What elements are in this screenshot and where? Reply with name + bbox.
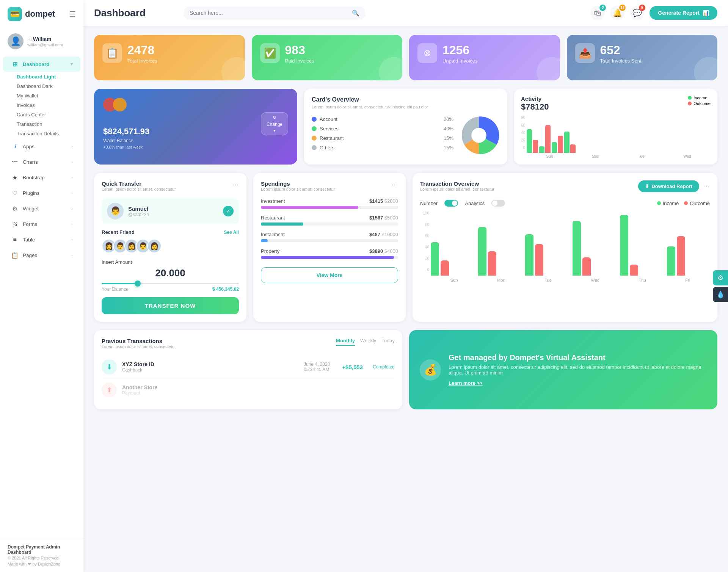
sidebar-label-dashboard: Dashboard [23,61,50,67]
quick-transfer-menu-icon[interactable]: ⋯ [232,180,239,189]
bar-group-wed [564,132,576,153]
installment-amounts: $487 $10000 [369,232,398,237]
message-badge: 5 [639,5,645,11]
installment-bar [261,239,398,242]
sidebar-item-bootstrap[interactable]: ★ Bootstrap › [3,170,80,185]
download-btn-label: Download Report [651,183,692,189]
sidebar-item-plugins[interactable]: ♡ Plugins › [3,185,80,201]
tab-monthly[interactable]: Monthly [336,338,355,346]
legend-item-restaurant: Restaurant 15% [312,135,453,141]
income-bar-sun [527,129,532,153]
quick-transfer-card: Quick Transfer Lorem ipsum dolor sit ame… [94,173,246,322]
spending-restaurant-header: Restaurant $1567 $5000 [261,215,398,221]
big-outcome-sun [441,260,449,276]
sidebar-item-widget[interactable]: ⚙ Widget › [3,201,80,216]
sidebar-item-pages[interactable]: 📋 Pages › [3,248,80,263]
spendings-title: Spendings [261,180,335,187]
total-invoices-number: 2478 [127,43,157,57]
big-outcome-thu [630,265,638,276]
transaction-overview-header: Transaction Overview Lorem ipsum dolor s… [420,180,710,197]
va-icon: 💰 [420,359,441,381]
spendings-menu-icon[interactable]: ⋯ [391,180,398,189]
others-pct: 15% [444,145,453,150]
submenu-cards-center[interactable]: Cards Center [17,110,83,119]
submenu-transaction-details[interactable]: Transaction Details [17,129,83,138]
pt-title-area: Previous Transactions Lorem ipsum dolor … [102,338,176,354]
to-menu-icon[interactable]: ⋯ [703,182,710,191]
dark-mode-float-button[interactable]: 💧 [713,287,728,302]
income-bar-tue [552,142,557,153]
property-bar [261,256,398,259]
toggle-knob [452,201,457,206]
wallet-change-button[interactable]: ↻ Change ▾ [261,112,288,135]
stat-card-total: 📋 2478 Total Invoices [94,35,245,80]
submenu-dashboard-dark[interactable]: Dashboard Dark [17,81,83,91]
big-income-sun [431,242,439,276]
footer-brand: Dompet Payment Admin Dashboard [8,544,76,555]
total-invoices-label: Total Invoices [127,58,157,64]
analytics-toggle[interactable] [491,200,505,207]
submenu-my-wallet[interactable]: My Wallet [17,91,83,100]
sidebar-item-apps[interactable]: ℹ Apps › [3,139,80,154]
va-content: Get managed by Dompet's Virtual Assistan… [449,353,707,386]
outcome-leg: Outcome [684,201,710,206]
card-decor [221,57,245,80]
big-bar-chart-wrapper: SunMonTueWedThuFri [431,211,710,282]
sidebar-label-plugins: Plugins [23,190,39,196]
transaction-overview-title: Transaction Overview [420,180,494,187]
submenu-transaction[interactable]: Transaction [17,119,83,129]
view-more-button[interactable]: View More [261,267,398,283]
to-title-area: Transaction Overview Lorem ipsum dolor s… [420,180,494,197]
bell-notification-btn[interactable]: 🔔 12 [610,6,624,20]
tab-today[interactable]: Today [381,338,395,346]
big-group-sun [431,242,474,276]
logo-icon: 💳 [8,7,22,21]
spendings-header: Spendings Lorem ipsum dolor sit amet, co… [261,180,398,197]
sidebar-item-dashboard[interactable]: ⊞ Dashboard ▾ [3,56,80,72]
prev-transactions-card: Previous Transactions Lorem ipsum dolor … [94,330,402,409]
sidebar-item-charts[interactable]: 〜 Charts › [3,154,80,169]
restaurant-label: Restaurant [320,135,344,141]
search-input[interactable] [190,10,349,16]
insert-amount-label: Insert Amount [102,259,239,265]
transfer-now-button[interactable]: TRANSFER NOW [102,297,239,314]
va-learn-more-link[interactable]: Learn more >> [449,380,483,386]
spending-property-header: Property $3890 $4000 [261,248,398,254]
recent-friends-header: Recent Friend See All [102,229,239,235]
sidebar-item-table[interactable]: ≡ Table › [3,232,80,247]
download-report-button[interactable]: ⬇ Download Report [638,180,699,192]
hamburger-icon[interactable]: ☰ [69,9,76,19]
message-notification-btn[interactable]: 💬 5 [630,6,644,20]
income-dot [688,96,692,100]
svg-point-0 [471,128,486,143]
activity-bars: SunMonTueWed [527,116,711,158]
account-dot [312,117,317,122]
generate-report-button[interactable]: Generate Report 📊 [650,6,717,20]
forms-icon: 🖨 [11,220,19,228]
see-all-link[interactable]: See All [224,230,239,235]
settings-float-button[interactable]: ⚙ [713,270,728,285]
submenu-dashboard-light[interactable]: Dashboard Light [17,72,83,81]
number-toggle[interactable] [444,200,458,207]
charts-icon: 〜 [11,158,19,166]
bag-notification-btn[interactable]: 🛍 2 [590,6,605,20]
amount-slider-track[interactable] [102,283,239,284]
legend-item-account: Account 20% [312,116,453,122]
last-row: Previous Transactions Lorem ipsum dolor … [94,330,717,418]
right-float-buttons: ⚙ 💧 [713,270,728,302]
restaurant-amounts: $1567 $5000 [369,215,398,221]
dashboard-icon: ⊞ [11,60,19,68]
cards-overview-title: Card's Overview [312,96,500,103]
tab-weekly[interactable]: Weekly [360,338,376,346]
activity-title: Activity [521,96,549,102]
transaction-overview-subtitle: Lorem ipsum dolor sit amet, consectetur [420,187,494,191]
slider-thumb[interactable] [135,281,141,287]
to-actions: ⬇ Download Report ⋯ [638,180,710,192]
quick-transfer-title-area: Quick Transfer Lorem ipsum dolor sit ame… [102,180,176,197]
sidebar-item-forms[interactable]: 🖨 Forms › [3,216,80,232]
activity-x-labels: SunMonTueWed [527,154,711,158]
submenu-invoices[interactable]: Invoices [17,100,83,110]
cards-overview-card: Card's Overview Lorem ipsum dolor sit am… [304,89,507,165]
txn-name-2: Another Store [122,384,157,390]
wallet-amount-area: $824,571.93 Wallet Balance +0.8% than la… [103,127,256,149]
